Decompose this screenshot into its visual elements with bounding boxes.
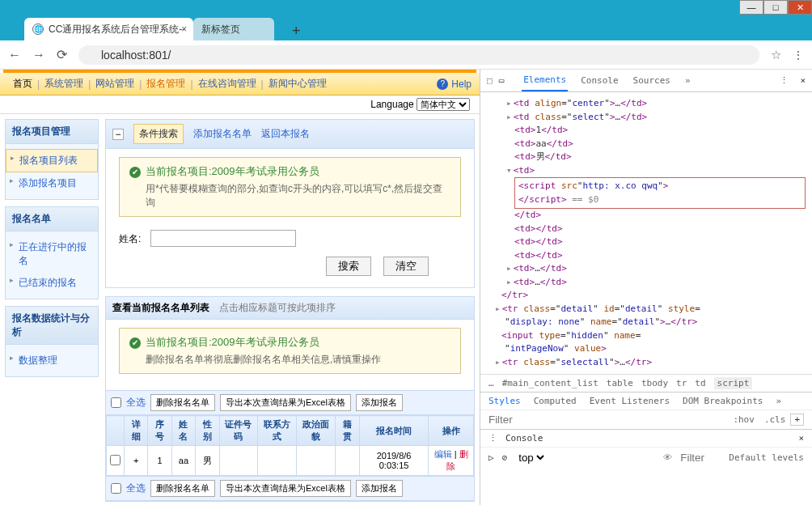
devtools-tabs: ⬚ ▭ Elements Console Sources » ⋮ × — [480, 70, 812, 92]
check-icon: ✔ — [129, 167, 141, 178]
tab-listeners[interactable]: Event Listeners — [590, 396, 670, 406]
console-drawer: ⋮ Console × ▷ ⊘ top 👁 Default levels — [480, 429, 812, 468]
console-stop-icon[interactable]: ▷ — [488, 452, 494, 463]
console-tab[interactable]: Console — [505, 433, 543, 443]
console-filter[interactable] — [680, 452, 721, 464]
cls-toggle[interactable]: .cls — [764, 414, 786, 425]
window-maximize[interactable]: □ — [763, 0, 788, 15]
back-icon[interactable]: ← — [8, 48, 21, 62]
menu-news[interactable]: 新闻中心管理 — [264, 77, 332, 91]
search-button[interactable]: 搜索 — [326, 257, 371, 276]
tab-title: CC通用报名系统后台管理系统-- — [49, 23, 185, 36]
side-title-3: 报名数据统计与分析 — [6, 307, 98, 345]
top-menu: 首页 | 系统管理 | 网站管理 | 报名管理 | 在线咨询管理 | 新闻中心管… — [0, 73, 480, 95]
sidebar-item-ongoing[interactable]: 正在进行中的报名 — [6, 236, 98, 272]
hov-toggle[interactable]: :hov — [733, 414, 755, 425]
detail-toggle[interactable]: + — [125, 446, 148, 476]
tab-title: 新标签页 — [201, 23, 240, 36]
browser-tab-inactive[interactable]: 新标签页 — [193, 18, 274, 40]
globe-icon: 🌐 — [32, 23, 44, 35]
styles-tabs: Styles Computed Event Listeners DOM Brea… — [480, 392, 812, 410]
devtools: ⬚ ▭ Elements Console Sources » ⋮ × ⋯ ▸<t… — [480, 70, 812, 505]
browser-menu-icon[interactable]: ⋮ — [793, 49, 804, 62]
menu-consult[interactable]: 在线咨询管理 — [193, 77, 261, 91]
menu-home[interactable]: 首页 — [8, 77, 37, 91]
delete-button[interactable]: 删除报名名单 — [150, 480, 215, 497]
star-icon[interactable]: ☆ — [771, 48, 781, 62]
console-level[interactable]: Default levels — [729, 452, 804, 463]
address-input[interactable] — [78, 45, 759, 65]
tab-computed[interactable]: Computed — [534, 396, 577, 406]
panel-tab-search[interactable]: 条件搜索 — [133, 124, 184, 144]
select-all-link[interactable]: 全选 — [126, 482, 146, 495]
link-add-name[interactable]: 添加报名名单 — [193, 127, 252, 141]
eye-icon[interactable]: 👁 — [663, 452, 672, 463]
table-row: + 1 aa 男 2019/8/6 0:03:15 编辑 | 删除 — [107, 446, 474, 476]
window-titlebar: — □ ✕ — [0, 0, 812, 16]
device-icon[interactable]: ▭ — [499, 75, 505, 86]
devtools-close-icon[interactable]: × — [800, 75, 806, 86]
reload-icon[interactable]: ⟳ — [57, 47, 67, 62]
help-icon: ? — [437, 79, 448, 90]
help-link[interactable]: ? Help — [437, 79, 472, 90]
lang-select[interactable]: 简体中文 — [417, 98, 470, 111]
checkbox-all-top[interactable] — [111, 397, 121, 408]
tab-console[interactable]: Console — [579, 70, 620, 91]
sidebar-item-project-list[interactable]: 报名项目列表 — [6, 149, 98, 172]
side-title-1: 报名项目管理 — [6, 120, 98, 144]
dom-tree[interactable]: ⋯ ▸<td align="center">…</td> ▸<td class=… — [480, 92, 812, 374]
list-toolbar-bottom: 全选 删除报名名单 导出本次查询结果为Excel表格 添加报名 — [106, 476, 474, 501]
export-button[interactable]: 导出本次查询结果为Excel表格 — [220, 480, 351, 497]
checkbox-all-bottom[interactable] — [111, 483, 121, 494]
side-title-2: 报名名单 — [6, 207, 98, 231]
list-panel: 查看当前报名名单列表 点击相应标题可按此项排序 ✔当前报名项目:2009年考试录… — [105, 296, 475, 502]
console-menu-icon[interactable]: ⋮ — [488, 433, 497, 443]
breadcrumbs[interactable]: …#main_content_listtabletbodytrtdscript — [480, 374, 812, 392]
select-all-link[interactable]: 全选 — [126, 396, 146, 410]
collapse-icon[interactable]: − — [112, 129, 124, 140]
console-clear-icon[interactable]: ⊘ — [502, 452, 508, 463]
sidebar: 报名项目管理 报名项目列表 添加报名项目 报名名单 正在进行中的报名 已结束的报… — [5, 119, 99, 505]
sidebar-item-finished[interactable]: 已结束的报名 — [6, 272, 98, 294]
menu-signup[interactable]: 报名管理 — [142, 77, 190, 91]
browser-tabs: 🌐 CC通用报名系统后台管理系统-- × 新标签页 + — [0, 16, 812, 40]
sidebar-item-add-project[interactable]: 添加报名项目 — [6, 172, 98, 194]
app-pane: 首页 | 系统管理 | 网站管理 | 报名管理 | 在线咨询管理 | 新闻中心管… — [0, 70, 480, 505]
window-minimize[interactable]: — — [739, 0, 763, 15]
tab-close-icon[interactable]: × — [181, 23, 187, 35]
table-header: 详细 序号 姓名 性别 证件号码 联系方式 政治面貌 籍贯 报名时间 操作 — [107, 416, 474, 446]
notice-box: ✔当前报名项目:2009年考试录用公务员 用*代替要模糊查询的部分,如查询c开头… — [119, 157, 461, 217]
edit-link[interactable]: 编辑 — [434, 449, 452, 459]
link-return[interactable]: 返回本报名 — [261, 127, 310, 141]
tab-elements[interactable]: Elements — [522, 70, 568, 91]
console-close-icon[interactable]: × — [798, 433, 804, 443]
new-style-button[interactable]: + — [790, 414, 804, 426]
panel2-title: 查看当前报名名单列表 — [112, 301, 209, 315]
console-scope[interactable]: top — [515, 451, 547, 465]
styles-filter[interactable] — [488, 414, 728, 426]
search-panel: − 条件搜索 添加报名名单 返回本报名 ✔当前报名项目:2009年考试录用公务员… — [105, 119, 475, 288]
inspect-icon[interactable]: ⬚ — [487, 75, 493, 86]
sidebar-item-data[interactable]: 数据整理 — [6, 350, 98, 371]
forward-icon[interactable]: → — [32, 48, 45, 62]
menu-system[interactable]: 系统管理 — [40, 77, 88, 91]
lang-row: Language 简体中文 — [0, 95, 480, 114]
row-checkbox[interactable] — [110, 455, 121, 465]
new-tab-button[interactable]: + — [286, 21, 306, 40]
clear-button[interactable]: 清空 — [383, 257, 429, 276]
browser-tab-active[interactable]: 🌐 CC通用报名系统后台管理系统-- × — [24, 18, 193, 40]
tab-more[interactable]: » — [683, 70, 692, 91]
export-button[interactable]: 导出本次查询结果为Excel表格 — [220, 394, 351, 411]
devtools-menu-icon[interactable]: ⋮ — [780, 75, 789, 86]
main-area: − 条件搜索 添加报名名单 返回本报名 ✔当前报名项目:2009年考试录用公务员… — [105, 119, 475, 505]
tab-dombp[interactable]: DOM Breakpoints — [683, 396, 763, 406]
window-close[interactable]: ✕ — [788, 0, 812, 15]
add-button[interactable]: 添加报名 — [356, 480, 403, 497]
add-button[interactable]: 添加报名 — [356, 394, 403, 411]
delete-button[interactable]: 删除报名名单 — [150, 394, 215, 411]
tab-sources[interactable]: Sources — [632, 70, 672, 91]
name-input[interactable] — [150, 230, 296, 247]
menu-website[interactable]: 网站管理 — [91, 77, 139, 91]
tab-styles[interactable]: Styles — [488, 396, 521, 406]
name-label: 姓名: — [119, 233, 141, 244]
